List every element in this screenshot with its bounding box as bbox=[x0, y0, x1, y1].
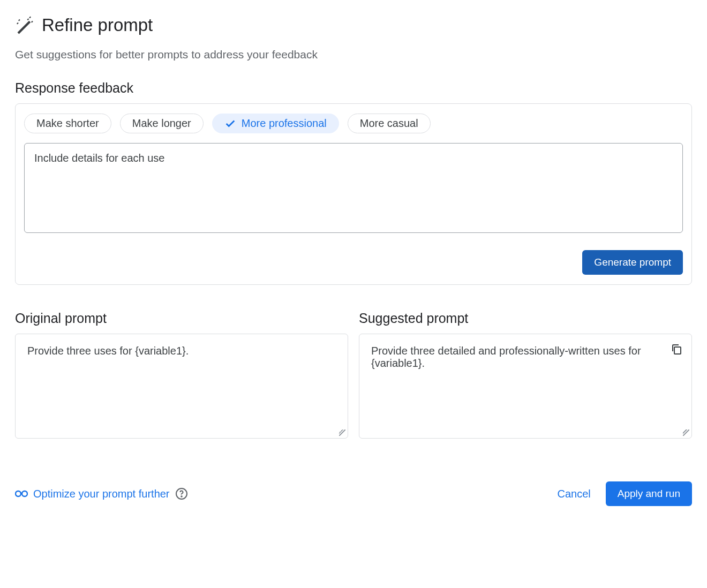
dialog-title: Refine prompt bbox=[42, 15, 153, 35]
optimize-further-link[interactable]: Optimize your prompt further bbox=[15, 488, 170, 500]
suggested-prompt-text: Provide three detailed and professionall… bbox=[371, 345, 680, 370]
cancel-button[interactable]: Cancel bbox=[557, 488, 590, 500]
svg-point-2 bbox=[22, 491, 27, 496]
chip-label: More professional bbox=[242, 117, 327, 130]
chip-label: Make longer bbox=[132, 117, 191, 130]
svg-point-4 bbox=[181, 496, 182, 497]
optimize-further-label: Optimize your prompt further bbox=[33, 488, 170, 500]
response-feedback-card: Make shorter Make longer More profession… bbox=[15, 103, 692, 285]
suggested-prompt-label: Suggested prompt bbox=[359, 311, 692, 326]
svg-rect-0 bbox=[674, 347, 681, 354]
check-icon bbox=[224, 118, 236, 130]
chip-label: Make shorter bbox=[36, 117, 99, 130]
chip-make-shorter[interactable]: Make shorter bbox=[24, 114, 111, 133]
suggested-prompt-box[interactable]: Provide three detailed and professionall… bbox=[359, 334, 692, 439]
chip-more-professional[interactable]: More professional bbox=[212, 114, 339, 133]
chip-label: More casual bbox=[360, 117, 418, 130]
original-prompt-text: Provide three uses for {variable1}. bbox=[27, 345, 189, 357]
link-icon bbox=[15, 489, 28, 499]
dialog-subtitle: Get suggestions for better prompts to ad… bbox=[15, 48, 692, 61]
feedback-textarea[interactable] bbox=[24, 143, 683, 233]
generate-prompt-button[interactable]: Generate prompt bbox=[582, 250, 683, 275]
copy-icon[interactable] bbox=[670, 343, 683, 356]
chip-more-casual[interactable]: More casual bbox=[348, 114, 431, 133]
help-icon[interactable] bbox=[175, 487, 188, 500]
svg-point-1 bbox=[16, 491, 21, 496]
response-feedback-label: Response feedback bbox=[15, 80, 692, 96]
magic-wand-icon bbox=[15, 16, 34, 35]
feedback-chips-row: Make shorter Make longer More profession… bbox=[24, 114, 683, 133]
apply-and-run-button[interactable]: Apply and run bbox=[606, 481, 692, 506]
dialog-footer: Optimize your prompt further Cancel Appl… bbox=[15, 481, 692, 506]
chip-make-longer[interactable]: Make longer bbox=[120, 114, 204, 133]
original-prompt-box[interactable]: Provide three uses for {variable1}. bbox=[15, 334, 348, 439]
dialog-header: Refine prompt bbox=[15, 15, 692, 35]
original-prompt-label: Original prompt bbox=[15, 311, 348, 326]
